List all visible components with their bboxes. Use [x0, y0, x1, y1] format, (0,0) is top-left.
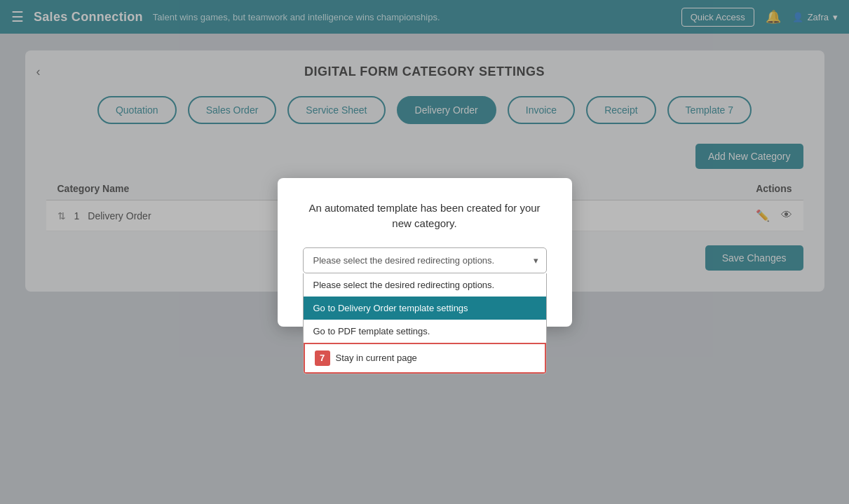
stay-current-label: Stay in current page: [336, 353, 417, 363]
redirect-dropdown-container[interactable]: Please select the desired redirecting op…: [303, 247, 547, 273]
dropdown-option-delivery-template[interactable]: Go to Delivery Order template settings: [304, 297, 546, 320]
dropdown-selected-value: Please select the desired redirecting op…: [313, 255, 495, 266]
dropdown-option-placeholder[interactable]: Please select the desired redirecting op…: [304, 273, 546, 297]
dropdown-options-list: Please select the desired redirecting op…: [303, 273, 547, 374]
redirect-dropdown-trigger[interactable]: Please select the desired redirecting op…: [303, 247, 547, 273]
dropdown-option-stay-current[interactable]: 7 Stay in current page: [304, 343, 546, 374]
dropdown-option-pdf-template[interactable]: Go to PDF template settings.: [304, 320, 546, 343]
modal-message-text: An automated template has been created f…: [303, 200, 547, 232]
step-badge-7: 7: [315, 350, 330, 366]
modal-overlay: An automated template has been created f…: [0, 0, 849, 504]
redirect-modal: An automated template has been created f…: [278, 178, 572, 327]
dropdown-arrow-icon: ▾: [534, 255, 538, 266]
